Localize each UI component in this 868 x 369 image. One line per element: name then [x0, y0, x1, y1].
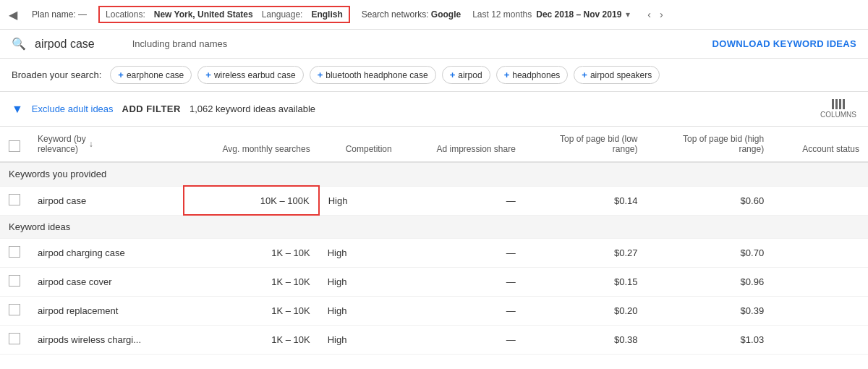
keyword-cell: airpod case cover	[29, 268, 184, 297]
table-section-header: Keyword ideas	[0, 215, 868, 239]
locations-label: Locations:	[106, 9, 145, 20]
exclude-adult-button[interactable]: Exclude adult ideas	[32, 103, 114, 114]
plus-icon: +	[118, 69, 124, 80]
row-checkbox-cell[interactable]	[0, 268, 29, 297]
avg-searches-cell: 10K – 100K	[184, 186, 318, 215]
competition-cell: High	[319, 239, 401, 268]
bid-high-cell: $0.39	[646, 297, 773, 326]
th-avg-searches: Avg. monthly searches	[184, 127, 318, 162]
broaden-chip-airpod-speakers[interactable]: + airpod speakers	[574, 66, 660, 84]
table-header-row: Keyword (byrelevance) ↓ Avg. monthly sea…	[0, 127, 868, 162]
keyword-count-label: 1,062 keyword ideas available	[190, 103, 315, 114]
broaden-chip-bluetooth-headphone-case[interactable]: + bluetooth headphone case	[310, 66, 436, 84]
table-row: airpod replacement1K – 10KHigh—$0.20$0.3…	[0, 297, 868, 326]
keyword-cell: airpod charging case	[29, 239, 184, 268]
top-bar: ◀ Plan name: — Locations: New York, Unit…	[0, 0, 868, 30]
ad-impression-cell: —	[401, 186, 524, 215]
search-bar: 🔍 airpod case Including brand names DOWN…	[0, 30, 868, 59]
row-checkbox-cell[interactable]	[0, 239, 29, 268]
broaden-search-row: Broaden your search: + earphone case + w…	[0, 59, 868, 92]
row-checkbox-cell[interactable]	[0, 186, 29, 215]
nav-arrows: ‹ ›	[644, 7, 665, 22]
row-checkbox[interactable]	[9, 194, 20, 205]
ad-impression-cell: —	[401, 268, 524, 297]
keyword-cell: airpod replacement	[29, 297, 184, 326]
including-brand-label: Including brand names	[132, 38, 228, 49]
th-keyword[interactable]: Keyword (byrelevance) ↓	[29, 127, 184, 162]
broaden-chip-headphones[interactable]: + headphones	[496, 66, 569, 84]
row-checkbox[interactable]	[9, 333, 20, 344]
account-status-cell	[773, 297, 868, 326]
account-status-cell	[773, 186, 868, 215]
keywords-table: Keyword (byrelevance) ↓ Avg. monthly sea…	[0, 127, 868, 355]
bid-low-cell: $0.20	[524, 297, 647, 326]
bid-low-cell: $0.27	[524, 239, 647, 268]
plus-icon: +	[318, 69, 323, 80]
row-checkbox[interactable]	[9, 304, 20, 315]
th-account-status: Account status	[773, 127, 868, 162]
avg-searches-cell: 1K – 10K	[184, 268, 318, 297]
chip-label: airpod	[458, 70, 482, 80]
plus-icon: +	[450, 69, 456, 80]
date-range-chevron-icon[interactable]: ▾	[626, 9, 630, 20]
broaden-chip-earphone-case[interactable]: + earphone case	[110, 66, 192, 84]
table-row: airpod case cover1K – 10KHigh—$0.15$0.96	[0, 268, 868, 297]
download-keyword-ideas-button[interactable]: DOWNLOAD KEYWORD IDEAS	[712, 38, 856, 49]
chip-label: earphone case	[127, 70, 184, 80]
broaden-chip-wireless-earbud-case[interactable]: + wireless earbud case	[197, 66, 303, 84]
language-value: English	[311, 9, 342, 20]
ad-impression-cell: —	[401, 239, 524, 268]
add-filter-button[interactable]: ADD FILTER	[122, 103, 181, 114]
table-row: airpods wireless chargi...1K – 10KHigh—$…	[0, 326, 868, 355]
prev-arrow-icon[interactable]: ‹	[644, 7, 654, 22]
table-row: airpod charging case1K – 10KHigh—$0.27$0…	[0, 239, 868, 268]
th-bid-high: Top of page bid (highrange)	[646, 127, 773, 162]
filter-icon: ▼	[12, 103, 23, 116]
th-bid-low: Top of page bid (lowrange)	[524, 127, 647, 162]
search-icon: 🔍	[12, 37, 26, 51]
avg-searches-cell: 1K – 10K	[184, 239, 318, 268]
account-status-cell	[773, 326, 868, 355]
plus-icon: +	[582, 69, 587, 80]
avg-searches-cell: 1K – 10K	[184, 326, 318, 355]
th-checkbox[interactable]	[0, 127, 29, 162]
keyword-cell: airpod case	[29, 186, 184, 215]
row-checkbox[interactable]	[9, 275, 20, 287]
chip-label: wireless earbud case	[214, 70, 296, 80]
back-arrow-icon[interactable]: ◀	[9, 8, 17, 22]
locations-value: New York, United States	[154, 9, 253, 20]
plus-icon: +	[504, 69, 510, 80]
search-query-text[interactable]: airpod case	[35, 38, 95, 51]
bid-high-cell: $0.70	[646, 239, 773, 268]
chip-label: airpod speakers	[590, 70, 652, 80]
plan-name-label: Plan name: —	[32, 9, 87, 20]
row-checkbox[interactable]	[9, 246, 20, 258]
account-status-cell	[773, 239, 868, 268]
competition-cell: High	[319, 186, 401, 215]
search-networks-label: Search networks: Google	[362, 9, 461, 20]
account-status-cell	[773, 268, 868, 297]
competition-cell: High	[319, 297, 401, 326]
sort-icon[interactable]: ↓	[89, 139, 93, 149]
table-row: airpod case10K – 100KHigh—$0.14$0.60	[0, 186, 868, 215]
locations-box: Locations: New York, United States Langu…	[98, 6, 350, 23]
ad-impression-cell: —	[401, 326, 524, 355]
ad-impression-cell: —	[401, 297, 524, 326]
avg-searches-cell: 1K – 10K	[184, 297, 318, 326]
columns-button[interactable]: COLUMNS	[820, 99, 856, 119]
th-ad-impression: Ad impression share	[401, 127, 524, 162]
bid-low-cell: $0.38	[524, 326, 647, 355]
row-checkbox-cell[interactable]	[0, 297, 29, 326]
row-checkbox-cell[interactable]	[0, 326, 29, 355]
table-section-header: Keywords you provided	[0, 162, 868, 186]
bid-low-cell: $0.14	[524, 186, 647, 215]
bid-high-cell: $0.60	[646, 186, 773, 215]
chip-label: bluetooth headphone case	[326, 70, 427, 80]
search-bar-left: 🔍 airpod case Including brand names	[12, 37, 227, 51]
language-label: Language:	[262, 9, 303, 20]
broaden-chip-airpod[interactable]: + airpod	[442, 66, 490, 84]
broaden-label: Broaden your search:	[12, 69, 101, 80]
select-all-checkbox[interactable]	[9, 140, 20, 152]
bid-low-cell: $0.15	[524, 268, 647, 297]
next-arrow-icon[interactable]: ›	[657, 7, 666, 22]
